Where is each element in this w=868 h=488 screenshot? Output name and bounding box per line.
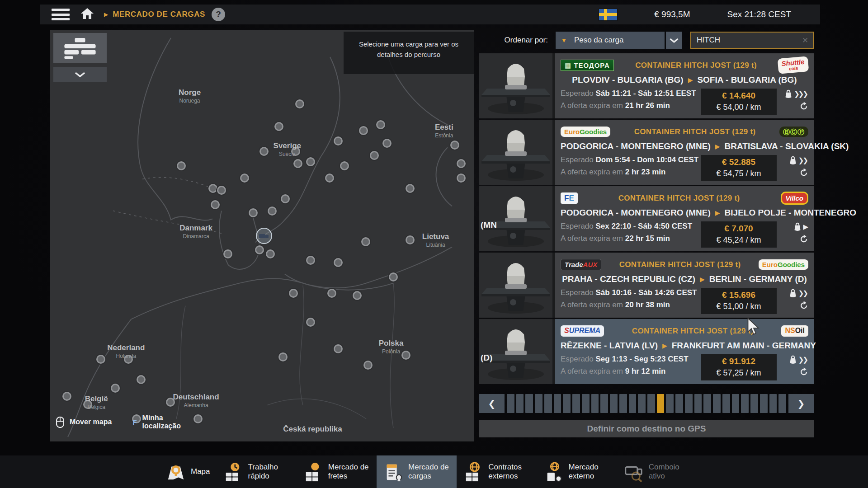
menu-icon[interactable] [52,9,70,20]
city-marker[interactable] [259,147,269,156]
map-panel[interactable]: Norge Noruega Sverige Suécia Eesti Estôn… [50,30,474,441]
page-cell[interactable] [591,394,599,413]
city-marker[interactable] [96,355,105,364]
city-marker[interactable] [211,200,220,209]
page-cell[interactable] [778,394,786,413]
city-marker[interactable] [376,120,385,129]
city-marker[interactable] [306,256,315,265]
cargo-thumbnail [479,120,555,185]
city-marker[interactable] [111,384,120,393]
nav-item[interactable]: Comboio ativo [617,455,697,488]
city-marker[interactable] [340,161,349,170]
city-marker[interactable] [124,355,133,364]
city-marker[interactable] [281,194,290,203]
page-cell[interactable] [750,394,758,413]
page-cell[interactable] [675,394,683,413]
prev-page-button[interactable]: ❮ [479,394,505,413]
page-cell[interactable] [722,394,730,413]
page-cell[interactable] [535,394,542,413]
city-marker[interactable] [334,344,343,353]
city-marker[interactable] [208,184,217,193]
city-marker[interactable] [406,235,415,244]
nav-item[interactable]: Trabalho rápido [217,455,297,488]
page-cell[interactable] [703,394,711,413]
nav-item[interactable]: Mercado de cargas [377,455,457,488]
page-cell[interactable] [647,394,655,413]
city-marker[interactable] [457,159,466,168]
page-cell[interactable] [741,394,749,413]
urgency-chevrons-icon: ❯❯ [798,356,808,364]
cargo-offer-card[interactable]: (MN [479,186,814,251]
page-cell[interactable] [610,394,618,413]
city-marker[interactable] [389,272,398,282]
city-marker[interactable] [62,392,71,401]
page-cell[interactable] [638,394,646,413]
city-marker[interactable] [278,352,288,361]
collapse-button[interactable] [53,67,107,82]
clear-search-icon[interactable]: ✕ [802,36,813,45]
nav-item[interactable]: Mapa [159,455,217,488]
city-marker[interactable] [406,184,415,193]
cargo-offer-card[interactable]: (D) [479,319,814,384]
city-marker[interactable] [274,122,283,131]
player-truck-marker[interactable] [256,228,272,244]
city-marker[interactable] [306,318,315,327]
city-marker[interactable] [353,291,362,300]
nav-item[interactable]: Mercado de fretes [297,455,377,488]
page-cell[interactable] [600,394,608,413]
page-cell[interactable] [657,394,665,413]
city-marker[interactable] [327,289,336,298]
city-marker[interactable] [334,136,343,145]
search-input[interactable] [691,36,802,45]
page-cell[interactable] [619,394,627,413]
city-marker[interactable] [370,151,379,160]
city-marker[interactable] [177,161,186,170]
page-cell[interactable] [769,394,777,413]
cargo-offer-card[interactable]: ▦ ТЕОДОРА CONTAINER HITCH JOST (129 t) S… [479,53,814,118]
page-cell[interactable] [629,394,637,413]
home-button[interactable] [80,8,94,21]
city-marker[interactable] [306,157,315,166]
trailer-config-button[interactable] [53,33,107,63]
page-cell[interactable] [507,394,514,413]
city-marker[interactable] [293,159,302,168]
page-cell[interactable] [694,394,702,413]
city-marker[interactable] [325,174,334,183]
page-cell[interactable] [582,394,590,413]
next-page-button[interactable]: ❯ [788,394,814,413]
city-marker[interactable] [457,174,466,183]
route: RĒZEKNE - LATVIA (LV)▶FRANKFURT AM MAIN … [561,341,808,351]
set-gps-destination-button[interactable]: Definir como destino no GPS [479,420,814,437]
cargo-title: CONTAINER HITCH JOST (129 t) [578,194,781,203]
page-cell[interactable] [760,394,768,413]
convoy-icon [623,461,644,482]
page-cell[interactable] [732,394,740,413]
help-icon[interactable]: ? [212,8,225,21]
expected-label: Esperado [561,89,594,98]
sort-dropdown[interactable]: ▼ Peso da carga [556,32,665,49]
page-cell[interactable] [516,394,524,413]
nav-item[interactable]: Contratos externos [457,455,537,488]
page-cell[interactable] [572,394,580,413]
page-cell[interactable] [713,394,721,413]
shipper-logo: FE [561,192,578,204]
truck-trailer-icon [61,37,99,60]
city-marker[interactable] [137,375,146,384]
city-marker[interactable] [401,351,410,360]
city-marker[interactable] [450,141,459,150]
city-marker[interactable] [361,237,370,246]
page-cell[interactable] [685,394,693,413]
page-cell[interactable] [554,394,561,413]
page-cell[interactable] [666,394,674,413]
page-cell[interactable] [525,394,533,413]
page-cell[interactable] [563,394,571,413]
nav-item[interactable]: Mercado externo [537,455,617,488]
cargo-offer-card[interactable]: TradeAUX CONTAINER HITCH JOST (129 t) Eu… [479,253,814,318]
city-marker[interactable] [334,258,343,267]
city-marker[interactable] [363,361,373,370]
cargo-offer-card[interactable]: EuroGoodies CONTAINER HITCH JOST (129 t)… [479,120,814,185]
city-marker[interactable] [382,139,392,148]
city-marker[interactable] [291,147,300,156]
sort-expand-button[interactable] [666,32,682,49]
page-cell[interactable] [544,394,552,413]
